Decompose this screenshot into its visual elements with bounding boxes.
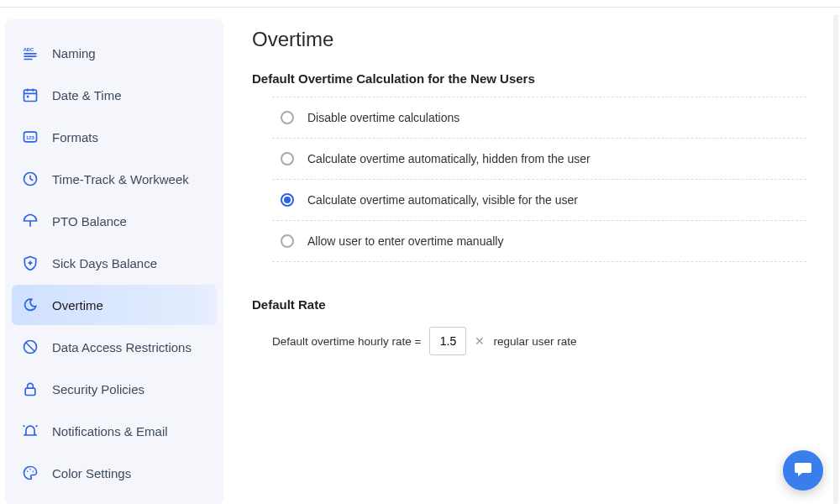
number-box-icon: 123: [22, 129, 39, 145]
rate-input[interactable]: [429, 327, 466, 355]
umbrella-icon: [22, 213, 39, 229]
sidebar-item-label: PTO Balance: [52, 214, 127, 228]
radio-icon[interactable]: [281, 193, 294, 207]
radio-icon[interactable]: [281, 234, 294, 248]
page-title: Overtime: [252, 28, 806, 51]
radio-icon[interactable]: [281, 111, 294, 124]
radio-label: Calculate overtime automatically, hidden…: [307, 152, 591, 165]
rate-prefix-label: Default overtime hourly rate =: [272, 335, 421, 348]
overtime-calc-options: Disable overtime calculations Calculate …: [272, 97, 806, 262]
sidebar-item-label: Formats: [52, 130, 98, 144]
sidebar-item-date-time[interactable]: Date & Time: [12, 75, 217, 115]
sidebar-item-label: Color Settings: [52, 466, 131, 480]
sidebar-item-sick-days[interactable]: Sick Days Balance: [12, 243, 217, 283]
svg-line-18: [26, 343, 34, 351]
default-rate-row: Default overtime hourly rate = ✕ regular…: [272, 327, 806, 355]
settings-sidebar: ABC Naming Date & Time 123: [5, 19, 223, 504]
radio-label: Calculate overtime automatically, visibl…: [307, 193, 578, 207]
overtime-calc-heading: Default Overtime Calculation for the New…: [252, 71, 806, 86]
sidebar-item-overtime[interactable]: Overtime: [12, 285, 217, 325]
abc-list-icon: ABC: [22, 45, 39, 61]
sidebar-item-data-access[interactable]: Data Access Restrictions: [12, 327, 217, 367]
sidebar-item-label: Naming: [52, 46, 96, 60]
sidebar-item-time-track[interactable]: Time-Track & Workweek: [12, 159, 217, 199]
radio-option-auto-hidden[interactable]: Calculate overtime automatically, hidden…: [272, 138, 806, 180]
calendar-icon: [22, 87, 39, 103]
sidebar-item-formats[interactable]: 123 Formats: [12, 117, 217, 157]
multiply-icon: ✕: [475, 334, 485, 348]
svg-line-13: [30, 179, 33, 181]
radio-label: Disable overtime calculations: [307, 111, 459, 124]
sidebar-item-notifications[interactable]: Notifications & Email: [12, 411, 217, 451]
sidebar-item-label: Data Access Restrictions: [52, 340, 192, 354]
moon-icon: [22, 297, 39, 313]
sidebar-item-label: Overtime: [52, 298, 103, 312]
radio-option-manual[interactable]: Allow user to enter overtime manually: [272, 220, 806, 262]
sidebar-item-label: Security Policies: [52, 382, 144, 396]
bell-icon: [22, 423, 39, 439]
svg-text:ABC: ABC: [24, 47, 34, 52]
sidebar-item-color[interactable]: Color Settings: [12, 453, 217, 493]
sidebar-item-naming[interactable]: ABC Naming: [12, 33, 217, 73]
sidebar-item-pto[interactable]: PTO Balance: [12, 201, 217, 241]
rate-suffix-label: regular user rate: [493, 335, 576, 348]
svg-point-22: [33, 471, 34, 473]
radio-option-auto-visible[interactable]: Calculate overtime automatically, visibl…: [272, 179, 806, 221]
scrollbar[interactable]: [833, 14, 838, 504]
svg-point-20: [27, 471, 29, 473]
svg-rect-4: [24, 90, 37, 101]
sidebar-item-label: Sick Days Balance: [52, 256, 157, 270]
default-rate-heading: Default Rate: [252, 297, 806, 312]
svg-rect-19: [25, 388, 35, 395]
prohibited-icon: [22, 339, 39, 355]
radio-label: Allow user to enter overtime manually: [307, 234, 503, 248]
sidebar-item-label: Notifications & Email: [52, 424, 168, 438]
svg-text:123: 123: [26, 135, 34, 140]
radio-option-disable[interactable]: Disable overtime calculations: [272, 97, 806, 139]
main-content: Overtime Default Overtime Calculation fo…: [223, 8, 840, 504]
radio-icon[interactable]: [281, 152, 294, 165]
sidebar-item-label: Time-Track & Workweek: [52, 172, 189, 186]
sidebar-item-security[interactable]: Security Policies: [12, 369, 217, 409]
chat-icon: [793, 459, 813, 482]
clock-icon: [22, 171, 39, 187]
svg-point-21: [29, 469, 31, 470]
lock-icon: [22, 381, 39, 397]
svg-rect-8: [27, 96, 29, 98]
chat-button[interactable]: [783, 450, 823, 491]
shield-plus-icon: [22, 255, 39, 271]
sidebar-item-label: Date & Time: [52, 88, 122, 102]
palette-icon: [22, 465, 39, 481]
app-layout: ABC Naming Date & Time 123: [0, 7, 840, 504]
